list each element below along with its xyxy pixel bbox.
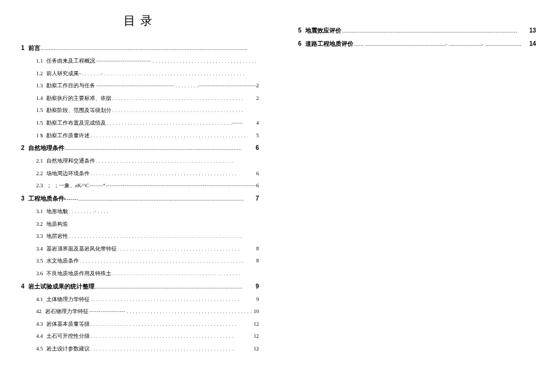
toc-heading: 4岩土试验成果的统计整理............................… [21,282,259,291]
toc-num: 1 $ [36,132,43,140]
toc-heading: 2自然地理条件.................................… [21,144,259,152]
toc-heading: 5地震效应评价.................................… [298,26,536,35]
toc-item: 3.2地质构造 [21,220,259,228]
toc-item: 1 $勘察工作质量许述. . . . . . . . . . . . . . .… [21,132,259,140]
toc-leader: . . . . . . . . . . . . . . . . . . . . … [111,270,259,277]
toc-leader: . . . . . . . . . . . . . . . . . . . . … [90,170,256,177]
toc-item: 3.3地层岩性. . . . . . . . . . . . . . . . .… [21,232,259,240]
toc-text: 岩石物理力学特征 [45,308,89,316]
toc-num: 5 [298,26,302,35]
toc-num: 1.2 [36,70,43,78]
toc-leader: . . . . . . . . . . . . . . . . . . . . … [68,233,259,240]
toc-text: 场地周边环境条件 [46,170,90,178]
toc-text: 水文地质条件 [46,257,79,265]
toc-text: 地层岩性 [46,232,68,240]
toc-leader: ........................................… [95,284,256,290]
toc-text: 岩体基本质量等级 [46,320,90,328]
toc-leader: . . . . . . . . . . . . . . . . . . . . … [111,95,256,102]
toc-page: 8 [257,245,260,253]
toc-item: 1.1任务由来及工程概况----------------------------… [21,57,259,65]
toc-page: 6 [257,170,260,178]
toc-text: 勘察执行的主要标准、依据 [46,95,111,102]
toc-page: 7 [255,194,259,203]
toc-text: 基岩顶界面及基岩风化带特征 [46,245,117,253]
toc-num: 6 [298,40,302,48]
toc-text: 地形地貌 [46,208,68,216]
toc-leader: . . . . . . . . . . . . . . . . . . . . … [117,246,256,252]
toc-text: 不良地质地质作用及特殊土 [46,270,111,278]
toc-num: 3.5 [36,257,43,265]
toc-num: 4.5 [36,345,43,353]
toc-num: 1.4 [36,95,43,102]
toc-leader: . . . . . . . . . . . . . . . . . . . . … [95,158,259,164]
toc-item: 1.2前人研究成果-. . . . . . .- . . . . . . . .… [21,70,259,78]
toc-num: 42 [36,308,42,316]
toc-leader: ----------------------------------------… [95,82,256,89]
toc-item: 1.5勘察阶段、范围及等级划分. . . . . . . . . . . . .… [21,107,259,114]
toc-leader: . . . . . . . . . . . . . . . . . . . . … [79,258,256,264]
toc-item: 3.5水文地质条件. . . . . . . . . . . . . . . .… [21,257,259,265]
toc-leader: . . . . . . . . . . . . . . . . . . . . … [90,321,254,328]
toc-page: 12 [254,345,259,353]
toc-column-left: 目录 1前言..................................… [0,0,277,392]
toc-leader: . . . . . . . . . . . . . . . . . . . . … [90,333,254,340]
toc-text: 土石可开挖性分级 [46,332,90,340]
toc-item: 1.4勘察执行的主要标准、依据. . . . . . . . . . . . .… [21,95,259,102]
toc-leader: ...... .................................… [353,41,529,48]
toc-page: 12 [254,332,259,340]
toc-leader: ----------------------------- . . . . . … [95,58,259,64]
toc-leader: . . . . . . . . . . . . . . . . . . . . … [106,120,256,126]
toc-num: 1.5 [36,119,43,127]
toc-text: 自然地理条件 [28,144,64,152]
toc-num: 1.3 [36,82,43,90]
toc-page: 6 [257,182,260,190]
toc-heading: 6道路工程地质评价...... ........................… [298,40,536,48]
toc-text: 地质构造 [46,220,68,228]
toc-text: ； ；一象、zK/^C [46,182,89,190]
toc-text: 岩土设计参数建议 [46,345,90,353]
toc-item: 42岩石物理力学特征------------------- . . . . . … [21,308,259,316]
toc-page: 8 [257,257,260,265]
toc-item: 4.1土体物理力学特征. . . . . . . . . . . . . . .… [21,296,259,303]
toc-text: 前言 [28,44,40,52]
toc-text: 道路工程地质评价 [305,40,353,48]
toc-num: 2.3 [36,182,43,190]
toc-text: 工程地质条件- [28,194,66,203]
toc-item: 4.3岩体基本质量等级. . . . . . . . . . . . . . .… [21,320,259,328]
toc-num: 2.2 [36,170,43,178]
toc-text: 自然地理和交通条件 [46,157,95,165]
toc-page: 2 [257,95,260,102]
toc-num: 1.5 [36,107,43,114]
toc-item: 4.4土石可开挖性分级. . . . . . . . . . . . . . .… [21,332,259,340]
toc-num: 4.3 [36,320,43,328]
toc-page: 9 [257,296,260,303]
toc-page: 14 [529,40,536,48]
toc-leader: ........................................… [64,145,256,152]
toc-item: 2.3； ；一象、zK/^C-------*------------------… [21,182,259,190]
toc-num: 2 [21,144,25,152]
toc-item: 4.5岩土设计参数建议. . . . . . . . . . . . . . .… [21,345,259,353]
toc-num: 3.1 [36,208,43,216]
toc-item: 1.3勘察工作目的与任务----------------------------… [21,82,259,90]
toc-leader: . . . . . . . . . . . . . . . . . . . . … [90,346,254,352]
toc-num: 4 [21,282,25,291]
toc-item: 2.1自然地理和交通条件. . . . . . . . . . . . . . … [21,157,259,165]
toc-num: 4.1 [36,296,43,303]
toc-column-right: 5地震效应评价.................................… [277,0,554,392]
toc-num: 1.1 [36,57,43,65]
toc-text: 岩土试验成果的统计整理 [28,282,95,291]
toc-num: 4.4 [36,332,43,340]
page-title: 目录 [21,12,259,29]
toc-leader: . . . . . . . . .- . . . . [68,208,259,215]
toc-leader: ........................................… [341,28,529,34]
toc-leader: -------*--------------------------------… [89,182,257,189]
toc-num: 3.6 [36,270,43,278]
toc-leader: . . . . . . .- . . . . . . . . . . . . .… [81,70,259,77]
toc-num: 3 [21,194,25,203]
toc-leader: ------------------- . . . . . . . . . . … [89,308,254,315]
toc-page: 6 [255,144,259,152]
toc-text: 前人研究成果- [46,70,81,78]
toc-num: 3.3 [36,232,43,240]
toc-text: 地震效应评价 [305,26,341,35]
toc-page: 4 [257,119,260,127]
